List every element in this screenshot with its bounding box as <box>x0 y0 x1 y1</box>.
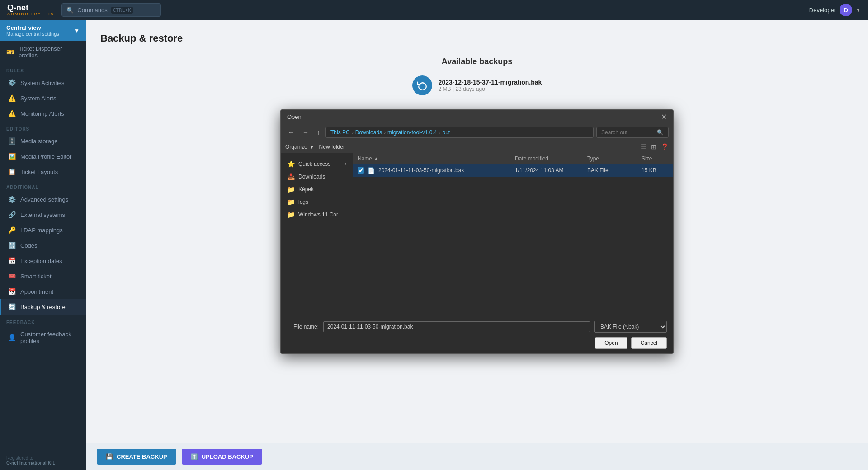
sidebar-windows[interactable]: 📁 Windows 11 Cor... <box>281 208 353 221</box>
sidebar-item-ticket-dispenser[interactable]: 🎫 Ticket Dispenser profiles <box>0 41 86 63</box>
breadcrumb-migration-tool[interactable]: migration-tool-v1.0.4 <box>387 129 437 136</box>
col-type[interactable]: Type <box>583 155 637 162</box>
sidebar-item-backup-restore[interactable]: 🔄 Backup & restore <box>0 299 86 315</box>
nav-forward-button[interactable]: → <box>300 127 311 137</box>
codes-label: Codes <box>20 242 38 249</box>
logo-sub: ADMINISTRATION <box>7 12 54 16</box>
quick-access-icon: ⭐ <box>287 160 295 168</box>
logo: Q-net ADMINISTRATION <box>7 4 54 16</box>
ldap-icon: 🔑 <box>8 226 16 234</box>
sidebar-item-system-activities[interactable]: ⚙️ System Activities <box>0 75 86 90</box>
filetype-select[interactable]: BAK File (*.bak) <box>594 321 667 333</box>
new-folder-button[interactable]: New folder <box>319 144 345 150</box>
sidebar-item-customer-feedback[interactable]: 👤 Customer feedback profiles <box>0 327 86 348</box>
sidebar-item-system-alerts[interactable]: ⚠️ System Alerts <box>0 90 86 106</box>
file-size: 15 KB <box>637 167 673 174</box>
sidebar-item-appointment[interactable]: 📆 Appointment <box>0 284 86 299</box>
column-headers: Name ▲ Date modified Type <box>353 153 673 164</box>
exception-dates-label: Exception dates <box>20 258 62 264</box>
breadcrumb-downloads[interactable]: Downloads <box>355 129 382 136</box>
filename-label: File name: <box>287 324 319 330</box>
filename-row: File name: BAK File (*.bak) <box>287 321 667 333</box>
command-search[interactable]: 🔍 Commands CTRL+K <box>61 3 161 17</box>
sort-arrow: ▲ <box>374 156 378 161</box>
filename-input[interactable] <box>323 321 590 332</box>
section-editors-label: EDITORS <box>0 121 86 133</box>
sidebar-logs[interactable]: 📁 logs <box>281 196 353 208</box>
breadcrumb-out[interactable]: out <box>442 129 450 136</box>
col-size[interactable]: Size <box>637 155 673 162</box>
dialog-body: ⭐ Quick access › 📥 Downloads 📁 Képek <box>281 153 673 316</box>
monitoring-alerts-label: Monitoring Alerts <box>20 110 64 117</box>
nav-back-button[interactable]: ← <box>285 127 297 137</box>
codes-icon: 🔢 <box>8 242 16 249</box>
view-grid-icon[interactable]: ⊞ <box>651 143 656 150</box>
sidebar-item-media-profile-editor[interactable]: 🖼️ Media Profile Editor <box>0 149 86 164</box>
col-modified[interactable]: Date modified <box>510 155 583 162</box>
upload-backup-icon: ⬆️ <box>191 453 198 460</box>
sidebar-item-exception-dates[interactable]: 📅 Exception dates <box>0 253 86 268</box>
file-dialog: Open ✕ ← → ↑ This PC › Downloads › <box>280 109 674 354</box>
chevron-down-icon[interactable]: ▼ <box>856 7 861 13</box>
view-help-icon[interactable]: ❓ <box>661 143 669 150</box>
exception-dates-icon: 📅 <box>8 257 16 264</box>
organize-button[interactable]: Organize ▼ <box>285 144 315 150</box>
sidebar-item-monitoring-alerts[interactable]: ⚠️ Monitoring Alerts <box>0 106 86 121</box>
chevron-icon: ▼ <box>74 28 80 34</box>
upload-backup-label: UPLOAD BACKUP <box>202 453 253 460</box>
system-alerts-label: System Alerts <box>20 95 56 102</box>
dialog-title: Open <box>287 113 302 120</box>
organize-label: Organize <box>285 144 307 150</box>
sidebar-item-central-view[interactable]: Central view Manage central settings ▼ <box>0 20 86 41</box>
ldap-label: LDAP mappings <box>20 227 63 234</box>
upload-backup-button[interactable]: ⬆️ UPLOAD BACKUP <box>182 449 262 465</box>
sidebar-downloads[interactable]: 📥 Downloads <box>281 170 353 183</box>
quick-access-label: Quick access <box>298 161 330 167</box>
breadcrumb-this-pc[interactable]: This PC <box>330 129 350 136</box>
media-storage-label: Media storage <box>20 138 57 145</box>
sidebar-item-ticket-layouts[interactable]: 📋 Ticket Layouts <box>0 164 86 179</box>
sidebar-quick-access[interactable]: ⭐ Quick access › <box>281 158 353 170</box>
ticket-layouts-label: Ticket Layouts <box>20 169 58 175</box>
create-backup-button[interactable]: 💾 CREATE BACKUP <box>97 449 176 465</box>
file-type-icon: 📄 <box>368 167 375 174</box>
dialog-close-button[interactable]: ✕ <box>661 113 667 121</box>
layout: Central view Manage central settings ▼ 🎫… <box>0 20 868 470</box>
ticket-icon: 🎫 <box>6 48 14 56</box>
view-list-icon[interactable]: ☰ <box>641 143 646 150</box>
section-feedback-label: FEEDBACK <box>0 315 86 327</box>
file-name-cell: 📄 2024-01-11-11-03-50-migration.bak <box>353 167 510 174</box>
sidebar-item-smart-ticket[interactable]: 🎟️ Smart ticket <box>0 268 86 284</box>
sidebar-item-advanced-settings[interactable]: ⚙️ Advanced settings <box>0 192 86 207</box>
file-item[interactable]: 📄 2024-01-11-11-03-50-migration.bak 1/11… <box>353 164 673 177</box>
cancel-button[interactable]: Cancel <box>631 337 667 349</box>
search-out-input[interactable] <box>601 129 654 136</box>
smart-ticket-label: Smart ticket <box>20 273 52 280</box>
nav-up-button[interactable]: ↑ <box>314 127 323 137</box>
dialog-overlay: Open ✕ ← → ↑ This PC › Downloads › <box>86 20 868 443</box>
avatar[interactable]: D <box>840 4 852 16</box>
sidebar-item-codes[interactable]: 🔢 Codes <box>0 238 86 253</box>
sidebar-item-ldap[interactable]: 🔑 LDAP mappings <box>0 222 86 238</box>
central-view-sub: Manage central settings <box>6 31 59 37</box>
media-profile-icon: 🖼️ <box>8 153 16 160</box>
file-checkbox[interactable] <box>358 167 364 174</box>
sidebar-item-external-systems[interactable]: 🔗 External systems <box>0 207 86 222</box>
search-out-bar[interactable]: 🔍 <box>596 127 669 138</box>
dialog-footer: File name: BAK File (*.bak) Open Cancel <box>281 316 673 353</box>
open-button[interactable]: Open <box>595 337 627 349</box>
sidebar-kepek[interactable]: 📁 Képek <box>281 183 353 196</box>
col-name[interactable]: Name ▲ <box>353 155 510 162</box>
dialog-toolbar: ← → ↑ This PC › Downloads › migration-to… <box>281 124 673 141</box>
file-list: 📄 2024-01-11-11-03-50-migration.bak 1/11… <box>353 164 673 316</box>
sidebar-item-media-storage[interactable]: 🗄️ Media storage <box>0 133 86 149</box>
new-folder-label: New folder <box>319 144 345 150</box>
appointment-label: Appointment <box>20 288 53 295</box>
kepek-label: Képek <box>298 186 314 193</box>
topbar: Q-net ADMINISTRATION 🔍 Commands CTRL+K D… <box>0 0 868 20</box>
feedback-icon: 👤 <box>8 334 16 341</box>
action-row: Open Cancel <box>287 337 667 349</box>
section-rules-label: RULES <box>0 63 86 75</box>
system-activities-icon: ⚙️ <box>8 79 16 86</box>
search-icon: 🔍 <box>66 7 74 14</box>
